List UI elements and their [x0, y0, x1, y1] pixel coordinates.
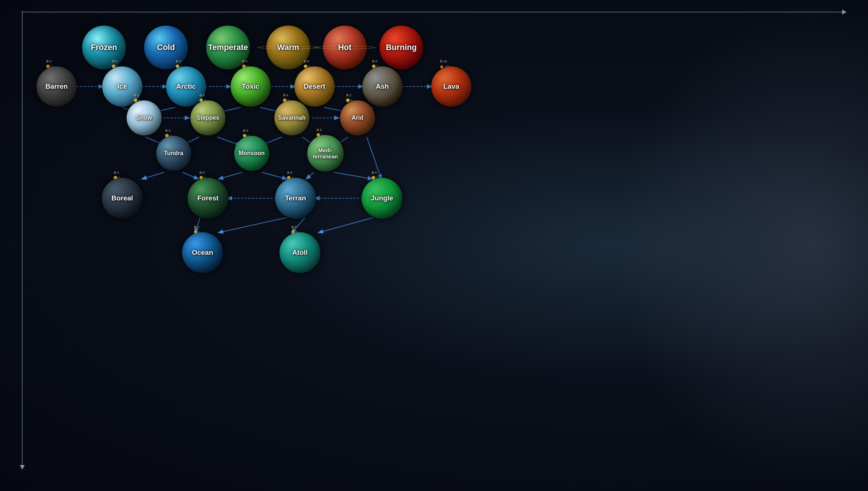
planet-forest[interactable]: ⚙8🟡3🟠4🟣5Forest	[188, 178, 228, 219]
temperature-axis	[22, 12, 846, 12]
planet-ocean[interactable]: ⚙4🟡2🟠5🟣4Ocean	[182, 232, 223, 273]
planet-boreal[interactable]: ⚙6🟡3🟠5Boreal	[102, 178, 143, 219]
svg-line-34	[319, 218, 373, 233]
planet-steppes[interactable]: ⚙4🟡3🟠5❄-5Steppes	[190, 100, 225, 135]
svg-line-32	[219, 218, 287, 233]
planet-monsoon[interactable]: ⚙6🟡0🟠6🌡-5Monsoon	[234, 136, 269, 171]
biodiversity-axis	[22, 11, 23, 469]
planet-snow[interactable]: ⚙2🟡4❄-10Snow	[127, 100, 162, 135]
svg-line-24	[142, 172, 164, 179]
planet-barren[interactable]: ⚙0🟠2♦16❄-20Barren	[36, 66, 77, 107]
planet-arid[interactable]: ⚙2🟡8🔥-10Arid	[340, 100, 375, 135]
planet-atoll[interactable]: ⚙8🟡6🟠6Atoll	[279, 232, 320, 273]
planet-type-burning[interactable]: Burning	[379, 26, 423, 69]
cloud-background	[613, 0, 868, 491]
planet-lava[interactable]: ⚙16🔥-20Lava	[431, 66, 471, 107]
planet-savannah[interactable]: ⚙4🟡5🟠5🌡-5Savannah	[274, 100, 309, 135]
planet-type-hot[interactable]: Hot	[323, 26, 367, 69]
planet-toxic[interactable]: ⚙3🟡0🟠0Toxic	[231, 66, 271, 107]
planet-mediterranean[interactable]: ⚙6🟡6🟠0🌡-5Medi-terranean	[307, 135, 344, 172]
planet-tundra[interactable]: ⚙6🟡0🟠6❄-1❄-5Tundra	[156, 136, 191, 171]
planet-terran[interactable]: ⚙8🟡4🟠6🟣5Terran	[275, 178, 316, 219]
planet-jungle[interactable]: ⚙6🟡5🟠10Jungle	[362, 178, 402, 219]
